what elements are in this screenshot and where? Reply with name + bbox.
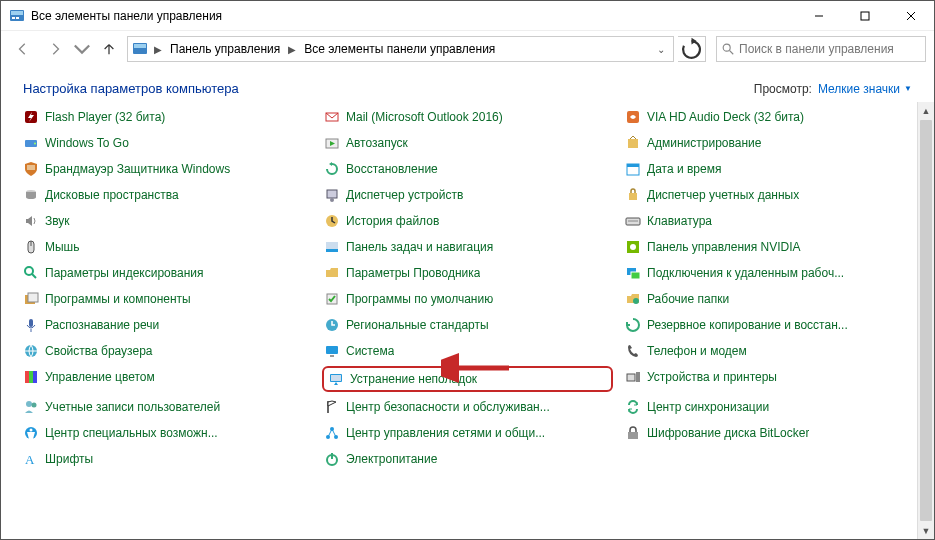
control-panel-item[interactable]: Панель задач и навигация [322, 236, 613, 258]
svg-rect-50 [29, 371, 33, 383]
back-button[interactable] [9, 35, 37, 63]
control-panel-item[interactable]: Устройства и принтеры [623, 366, 914, 388]
scroll-down-button[interactable]: ▼ [918, 522, 934, 539]
breadcrumb-all-items[interactable]: Все элементы панели управления [300, 40, 499, 58]
control-panel-item[interactable]: Центр синхронизации [623, 396, 914, 418]
close-button[interactable] [888, 1, 934, 31]
minimize-button[interactable] [796, 1, 842, 31]
control-panel-item[interactable]: Mail (Microsoft Outlook 2016) [322, 106, 613, 128]
breadcrumb-control-panel[interactable]: Панель управления [166, 40, 284, 58]
svg-rect-49 [25, 371, 29, 383]
control-panel-item[interactable]: Региональные стандарты [322, 314, 613, 336]
svg-rect-55 [636, 372, 640, 382]
recent-locations-button[interactable] [73, 35, 91, 63]
control-panel-item[interactable]: Центр безопасности и обслуживан... [322, 396, 613, 418]
control-panel-item[interactable]: Мышь [21, 236, 312, 258]
control-panel-item[interactable]: Диспетчер учетных данных [623, 184, 914, 206]
control-panel-item[interactable]: Дисковые пространства [21, 184, 312, 206]
svg-rect-54 [627, 374, 635, 381]
control-panel-item[interactable]: Брандмауэр Защитника Windows [21, 158, 312, 180]
control-panel-item[interactable]: Программы и компоненты [21, 288, 312, 310]
item-label: Программы по умолчанию [346, 292, 493, 306]
control-panel-item[interactable]: AШрифты [21, 448, 312, 470]
control-panel-item[interactable]: Windows To Go [21, 132, 312, 154]
control-panel-item[interactable]: Телефон и модем [623, 340, 914, 362]
chevron-right-icon[interactable]: ▶ [286, 44, 298, 55]
control-panel-item[interactable]: Панель управления NVIDIA [623, 236, 914, 258]
history-icon [324, 213, 340, 229]
control-panel-item[interactable]: Управление цветом [21, 366, 312, 388]
item-label: Свойства браузера [45, 344, 153, 358]
address-history-button[interactable]: ⌄ [651, 44, 671, 55]
control-panel-item[interactable]: Flash Player (32 бита) [21, 106, 312, 128]
view-value-text: Мелкие значки [818, 82, 900, 96]
item-label: VIA HD Audio Deck (32 бита) [647, 110, 804, 124]
search-icon [721, 42, 735, 56]
svg-rect-21 [627, 164, 639, 167]
refresh-button[interactable] [678, 36, 706, 62]
control-panel-item[interactable]: Автозапуск [322, 132, 613, 154]
address-bar[interactable]: ▶ Панель управления ▶ Все элементы панел… [127, 36, 674, 62]
control-panel-item[interactable]: Распознавание речи [21, 314, 312, 336]
fonts-icon: A [23, 451, 39, 467]
item-label: Администрирование [647, 136, 761, 150]
svg-point-42 [633, 298, 639, 304]
control-panel-item[interactable]: Рабочие папки [623, 288, 914, 310]
control-panel-item[interactable]: Клавиатура [623, 210, 914, 232]
control-panel-item[interactable]: Резервное копирование и восстан... [623, 314, 914, 336]
search-box[interactable]: Поиск в панели управления [716, 36, 926, 62]
view-selector[interactable]: Мелкие значки ▼ [818, 82, 912, 96]
control-panel-item[interactable]: Устранение неполадок [322, 366, 613, 392]
item-label: Диспетчер устройств [346, 188, 463, 202]
svg-line-36 [32, 274, 36, 278]
scroll-up-button[interactable]: ▲ [918, 102, 934, 119]
svg-rect-53 [331, 375, 341, 381]
control-panel-item[interactable]: VIA HD Audio Deck (32 бита) [623, 106, 914, 128]
control-panel-item[interactable]: Дата и время [623, 158, 914, 180]
control-panel-item[interactable]: Восстановление [322, 158, 613, 180]
control-panel-item[interactable]: Электропитание [322, 448, 613, 470]
svg-point-16 [34, 143, 36, 145]
vertical-scrollbar[interactable]: ▲ ▼ [917, 102, 934, 539]
svg-rect-31 [326, 249, 338, 252]
control-panel-item[interactable]: Свойства браузера [21, 340, 312, 362]
ease-icon [23, 425, 39, 441]
scroll-thumb[interactable] [920, 120, 932, 521]
item-label: Flash Player (32 бита) [45, 110, 165, 124]
control-panel-item[interactable]: Звук [21, 210, 312, 232]
admin-icon [625, 135, 641, 151]
control-panel-item[interactable]: Шифрование диска BitLocker [623, 422, 914, 444]
content-area: Flash Player (32 бита)Mail (Microsoft Ou… [1, 102, 934, 539]
up-button[interactable] [95, 35, 123, 63]
control-panel-item[interactable]: Учетные записи пользователей [21, 396, 312, 418]
control-panel-item[interactable]: Подключения к удаленным рабоч... [623, 262, 914, 284]
item-label: Параметры индексирования [45, 266, 203, 280]
maximize-button[interactable] [842, 1, 888, 31]
window-buttons [796, 1, 934, 30]
control-panel-item[interactable]: Диспетчер устройств [322, 184, 613, 206]
svg-rect-38 [631, 272, 640, 279]
item-label: Рабочие папки [647, 292, 729, 306]
control-panel-item[interactable]: Программы по умолчанию [322, 288, 613, 310]
control-panel-item[interactable]: Параметры индексирования [21, 262, 312, 284]
control-panel-item[interactable]: Параметры Проводника [322, 262, 613, 284]
svg-point-57 [32, 403, 37, 408]
item-label: Программы и компоненты [45, 292, 191, 306]
control-panel-item[interactable]: Администрирование [623, 132, 914, 154]
page-header: Настройка параметров компьютера Просмотр… [1, 67, 934, 102]
keyboard-icon [625, 213, 641, 229]
control-panel-item[interactable]: Система [322, 340, 613, 362]
network-icon [324, 425, 340, 441]
chevron-right-icon[interactable]: ▶ [152, 44, 164, 55]
svg-rect-9 [134, 44, 146, 48]
item-label: Шифрование диска BitLocker [647, 426, 809, 440]
svg-rect-48 [330, 355, 334, 357]
control-panel-item[interactable]: Центр управления сетями и общи... [322, 422, 613, 444]
svg-point-56 [26, 401, 32, 407]
forward-button[interactable] [41, 35, 69, 63]
view-label: Просмотр: [754, 82, 812, 96]
control-panel-item[interactable]: Центр специальных возможн... [21, 422, 312, 444]
mouse-icon [23, 239, 39, 255]
control-panel-item[interactable]: История файлов [322, 210, 613, 232]
speech-icon [23, 317, 39, 333]
